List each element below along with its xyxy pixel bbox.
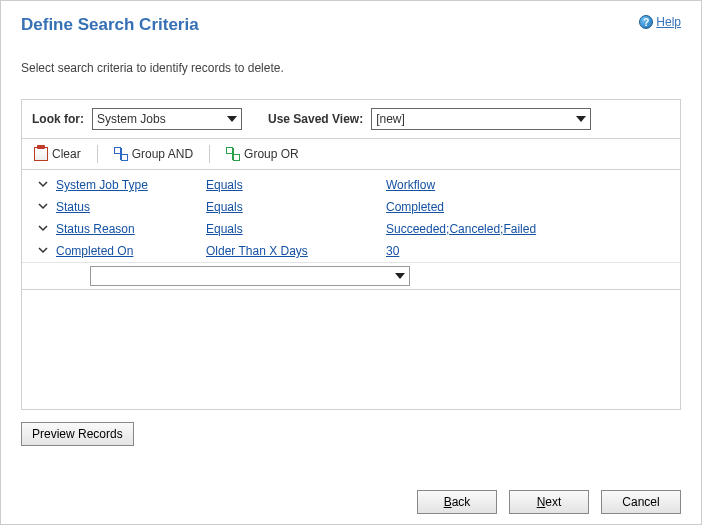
help-icon: ? [639, 15, 653, 29]
page-title: Define Search Criteria [21, 15, 199, 35]
filter-row: Status Reason Equals Succeeded;Canceled;… [22, 218, 680, 240]
filter-value-link[interactable]: Completed [386, 200, 444, 214]
filter-field-link[interactable]: Status [56, 200, 90, 214]
clear-label: Clear [52, 147, 81, 161]
chevron-down-icon [38, 223, 48, 233]
chevron-down-icon [227, 116, 237, 122]
row-menu-button[interactable] [36, 222, 50, 236]
group-and-button[interactable]: Group AND [110, 146, 197, 162]
toolbar-separator [209, 145, 210, 163]
row-menu-button[interactable] [36, 244, 50, 258]
instruction-text: Select search criteria to identify recor… [21, 61, 681, 75]
preview-records-button[interactable]: Preview Records [21, 422, 134, 446]
filter-value-link[interactable]: Succeeded;Canceled;Failed [386, 222, 536, 236]
criteria-toolbar: Clear Group AND Group OR [22, 139, 680, 170]
filter-value-link[interactable]: Workflow [386, 178, 435, 192]
look-for-select[interactable]: System Jobs [92, 108, 242, 130]
look-for-label: Look for: [32, 112, 84, 126]
filter-operator-link[interactable]: Older Than X Days [206, 244, 308, 258]
wizard-footer: Back Next Cancel [417, 490, 681, 514]
filter-value-link[interactable]: 30 [386, 244, 399, 258]
filter-operator-link[interactable]: Equals [206, 200, 243, 214]
add-filter-select[interactable] [90, 266, 410, 286]
filter-row: Completed On Older Than X Days 30 [22, 240, 680, 262]
toolbar-separator [97, 145, 98, 163]
saved-view-label: Use Saved View: [268, 112, 363, 126]
help-link[interactable]: ? Help [639, 15, 681, 29]
saved-view-select[interactable]: [new] [371, 108, 591, 130]
filter-operator-link[interactable]: Equals [206, 222, 243, 236]
cancel-button[interactable]: Cancel [601, 490, 681, 514]
filter-field-link[interactable]: Completed On [56, 244, 133, 258]
group-and-icon [114, 147, 128, 161]
saved-view-value: [new] [376, 112, 405, 126]
group-or-label: Group OR [244, 147, 299, 161]
row-menu-button[interactable] [36, 200, 50, 214]
group-or-button[interactable]: Group OR [222, 146, 303, 162]
chevron-down-icon [38, 201, 48, 211]
lookup-row: Look for: System Jobs Use Saved View: [n… [22, 100, 680, 139]
filter-field-link[interactable]: System Job Type [56, 178, 148, 192]
add-filter-row [22, 262, 680, 289]
chevron-down-icon [576, 116, 586, 122]
help-label: Help [656, 15, 681, 29]
filter-operator-link[interactable]: Equals [206, 178, 243, 192]
filter-field-link[interactable]: Status Reason [56, 222, 135, 236]
filter-row: Status Equals Completed [22, 196, 680, 218]
filter-row: System Job Type Equals Workflow [22, 174, 680, 196]
clear-icon [34, 147, 48, 161]
criteria-panel: Look for: System Jobs Use Saved View: [n… [21, 99, 681, 410]
next-button[interactable]: Next [509, 490, 589, 514]
look-for-value: System Jobs [97, 112, 166, 126]
back-button[interactable]: Back [417, 490, 497, 514]
chevron-down-icon [395, 273, 405, 279]
chevron-down-icon [38, 179, 48, 189]
row-menu-button[interactable] [36, 178, 50, 192]
chevron-down-icon [38, 245, 48, 255]
filter-rows: System Job Type Equals Workflow Status E… [22, 170, 680, 290]
group-and-label: Group AND [132, 147, 193, 161]
group-or-icon [226, 147, 240, 161]
clear-button[interactable]: Clear [30, 146, 85, 162]
